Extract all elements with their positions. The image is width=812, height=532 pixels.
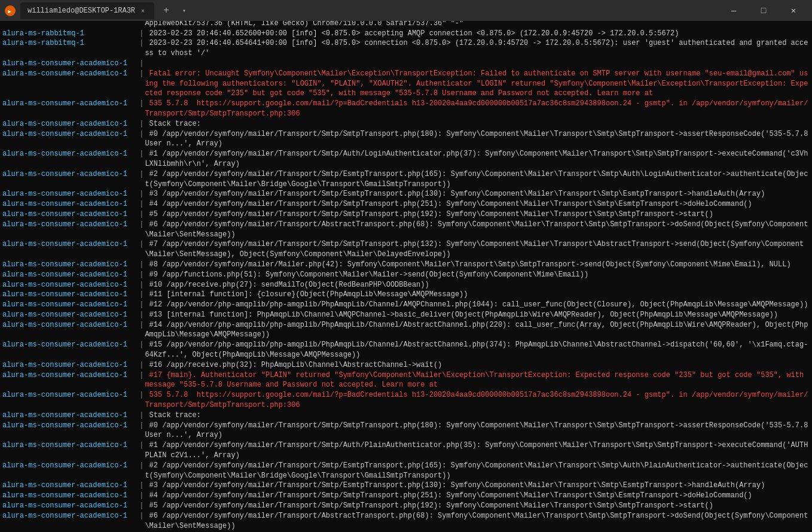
log-content: #1 /app/vendor/symfony/mailer/Transport/… <box>145 440 810 461</box>
log-content: #3 /app/vendor/symfony/mailer/Transport/… <box>145 189 810 199</box>
log-line: alura-ms-consumer-academico-1 | #7 /app/… <box>2 239 810 260</box>
log-line: alura-ms-consumer-academico-1 | #1 /app/… <box>2 440 810 461</box>
log-line: alura-ms-consumer-academico-1 | 535 5.7.… <box>2 390 810 411</box>
log-separator: | <box>135 189 144 199</box>
service-name: alura-ms-consumer-academico-1 <box>2 169 134 190</box>
service-name: alura-ms-consumer-academico-1 <box>2 300 134 310</box>
log-content: #12 /app/vendor/php-amqplib/php-amqplib/… <box>145 300 810 310</box>
log-separator: | <box>135 69 144 99</box>
log-separator: | <box>135 320 144 341</box>
log-line: alura-ms-consumer-academico-1 | #3 /app/… <box>2 481 810 491</box>
log-separator: | <box>135 59 144 69</box>
service-name: alura-ms-rabbitmq-1 <box>2 29 134 39</box>
log-content: #0 /app/vendor/symfony/mailer/Transport/… <box>145 421 810 441</box>
service-name: alura-ms-consumer-academico-1 <box>2 280 134 290</box>
log-content: #4 /app/vendor/symfony/mailer/Transport/… <box>145 199 810 209</box>
service-name: alura-ms-consumer-academico-1 <box>2 59 134 69</box>
log-separator: | <box>135 220 144 240</box>
tab-close-button[interactable]: ✕ <box>139 7 147 15</box>
log-separator: | <box>135 99 144 119</box>
log-line: alura-ms-api-gateway-1 | 172.20.0.1 — — … <box>2 21 810 29</box>
log-line: alura-ms-consumer-academico-1 | #16 /app… <box>2 360 810 370</box>
maximize-button[interactable]: □ <box>750 0 777 21</box>
log-line: alura-ms-consumer-academico-1 | #0 /app/… <box>2 129 810 150</box>
minimize-button[interactable]: — <box>720 0 747 21</box>
log-content <box>145 59 810 69</box>
log-line: alura-ms-rabbitmq-1 | 2023-02-23 20:46:4… <box>2 38 810 59</box>
service-name: alura-ms-api-gateway-1 <box>2 21 134 29</box>
log-line: alura-ms-consumer-academico-1 | #4 /app/… <box>2 491 810 501</box>
log-separator: | <box>135 270 144 280</box>
log-line: alura-ms-consumer-academico-1 | #4 /app/… <box>2 199 810 209</box>
log-content: #7 /app/vendor/symfony/mailer/Transport/… <box>145 239 810 260</box>
log-line: alura-ms-consumer-academico-1 | Stack tr… <box>2 411 810 421</box>
log-separator: | <box>135 340 144 360</box>
log-separator: | <box>135 300 144 310</box>
log-line: alura-ms-consumer-academico-1 | #10 /app… <box>2 280 810 290</box>
log-line: alura-ms-consumer-academico-1 | #11 [int… <box>2 290 810 300</box>
log-line: alura-ms-consumer-academico-1 | #6 /app/… <box>2 511 810 531</box>
service-name: alura-ms-consumer-academico-1 <box>2 320 134 341</box>
service-name: alura-ms-consumer-academico-1 <box>2 209 134 220</box>
service-name: alura-ms-consumer-academico-1 <box>2 511 134 531</box>
service-name: alura-ms-rabbitmq-1 <box>2 38 134 59</box>
close-button[interactable]: ✕ <box>780 0 807 21</box>
service-name: alura-ms-consumer-academico-1 <box>2 270 134 280</box>
service-name: alura-ms-consumer-academico-1 <box>2 99 134 119</box>
tab-label: williamledo@DESKTOP-1RA3R <box>28 7 135 15</box>
log-content: Fatal error: Uncaught Symfony\Component\… <box>145 69 810 99</box>
log-line: alura-ms-consumer-academico-1 | #1 /app/… <box>2 149 810 169</box>
log-separator: | <box>135 370 144 391</box>
active-tab[interactable]: williamledo@DESKTOP-1RA3R ✕ <box>20 2 154 19</box>
log-content: 535 5.7.8 https://support.google.com/mai… <box>145 390 810 411</box>
service-name: alura-ms-consumer-academico-1 <box>2 370 134 391</box>
log-separator: | <box>135 199 144 209</box>
log-content: #5 /app/vendor/symfony/mailer/Transport/… <box>145 209 810 220</box>
log-content: #6 /app/vendor/symfony/mailer/Transport/… <box>145 511 810 531</box>
service-name: alura-ms-consumer-academico-1 <box>2 481 134 491</box>
svg-text:▶: ▶ <box>8 9 12 15</box>
log-separator: | <box>135 390 144 411</box>
tab-dropdown-button[interactable]: ▾ <box>178 5 190 17</box>
log-content: 172.20.0.1 — — [23/Feb/2023:20:46:37 +00… <box>145 21 810 29</box>
log-line: alura-ms-consumer-academico-1 | #12 /app… <box>2 300 810 310</box>
log-line: alura-ms-consumer-academico-1 | #3 /app/… <box>2 189 810 199</box>
service-name: alura-ms-consumer-academico-1 <box>2 290 134 300</box>
log-separator: | <box>135 38 144 59</box>
log-separator: | <box>135 21 144 29</box>
service-name: alura-ms-consumer-academico-1 <box>2 239 134 260</box>
log-content: #15 /app/vendor/php-amqplib/php-amqplib/… <box>145 340 810 360</box>
log-separator: | <box>135 360 144 370</box>
log-line: alura-ms-consumer-academico-1 | #2 /app/… <box>2 169 810 190</box>
service-name: alura-ms-consumer-academico-1 <box>2 340 134 360</box>
log-separator: | <box>135 310 144 320</box>
service-name: alura-ms-consumer-academico-1 <box>2 491 134 501</box>
log-content: #9 /app/functions.php(51): Symfony\Compo… <box>145 270 810 280</box>
log-line: alura-ms-consumer-academico-1 | #15 /app… <box>2 340 810 360</box>
log-content: #1 /app/vendor/symfony/mailer/Transport/… <box>145 149 810 169</box>
service-name: alura-ms-consumer-academico-1 <box>2 189 134 199</box>
log-separator: | <box>135 280 144 290</box>
service-name: alura-ms-consumer-academico-1 <box>2 360 134 370</box>
log-content: #8 /app/vendor/symfony/mailer/Mailer.php… <box>145 260 810 270</box>
service-name: alura-ms-consumer-academico-1 <box>2 421 134 441</box>
terminal-output[interactable]: ll,"collectionUUID":{"uuid":{"$uuid":"3f… <box>0 21 812 532</box>
service-name: alura-ms-consumer-academico-1 <box>2 411 134 421</box>
log-content: #13 [internal function]: PhpAmqpLib\Chan… <box>145 310 810 320</box>
app-icon: ▶ <box>5 5 16 16</box>
log-content: #5 /app/vendor/symfony/mailer/Transport/… <box>145 501 810 511</box>
log-separator: | <box>135 129 144 150</box>
log-separator: | <box>135 149 144 169</box>
log-separator: | <box>135 209 144 220</box>
window-controls: — □ ✕ <box>720 0 807 21</box>
log-content: #10 /app/receive.php(27): sendMailTo(Obj… <box>145 280 810 290</box>
log-line: alura-ms-consumer-academico-1 | #9 /app/… <box>2 270 810 280</box>
log-separator: | <box>135 411 144 421</box>
log-separator: | <box>135 440 144 461</box>
terminal-window: ▶ williamledo@DESKTOP-1RA3R ✕ + ▾ — □ ✕ … <box>0 0 812 532</box>
log-separator: | <box>135 119 144 129</box>
new-tab-button[interactable]: + <box>159 4 173 18</box>
log-line: alura-ms-rabbitmq-1 | 2023-02-23 20:46:4… <box>2 29 810 39</box>
log-content: Stack trace: <box>145 119 810 129</box>
log-line: alura-ms-consumer-academico-1 | Stack tr… <box>2 119 810 129</box>
